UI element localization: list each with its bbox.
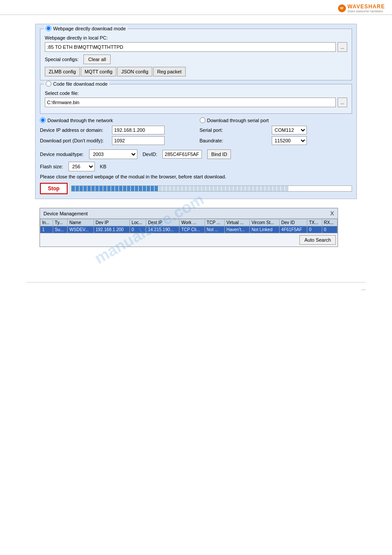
webpage-section-content: Webpage directly in local PC: ... Specia…: [45, 35, 347, 76]
window-close-button[interactable]: X: [330, 210, 334, 217]
progress-bar: [71, 185, 352, 192]
flash-unit: KB: [100, 164, 107, 169]
serial-radio-label: Download through serial port: [200, 117, 352, 123]
progress-segment: [234, 186, 237, 191]
window-titlebar: Device Management X: [40, 208, 338, 219]
bind-id-button[interactable]: Bind ID: [207, 149, 231, 159]
progress-segment: [182, 186, 186, 191]
code-section: Code file download mode Select code file…: [40, 84, 352, 114]
progress-segment: [151, 186, 154, 191]
progress-segment: [166, 186, 170, 191]
table-cell: Not Linked: [249, 226, 279, 233]
webpage-browse-btn[interactable]: ...: [338, 42, 347, 52]
tab-zlmb[interactable]: ZLMB config: [45, 67, 80, 76]
table-cell: 0: [322, 226, 337, 233]
network-radio[interactable]: [40, 117, 46, 123]
col-virtual: Virtual ...: [224, 219, 249, 226]
special-configs-row: Special configs: Clear all: [45, 54, 347, 64]
network-section: Download through the network Device IP a…: [40, 117, 193, 147]
device-table-body: 1Su...WSDEV...192.168.1.200014.215.190..…: [40, 226, 338, 233]
table-cell: WSDEV...: [68, 226, 94, 233]
ip-label: Device IP address or domain:: [40, 127, 110, 133]
ip-input[interactable]: [112, 126, 165, 134]
table-row[interactable]: 1Su...WSDEV...192.168.1.200014.215.190..…: [40, 226, 338, 233]
tab-mqtt[interactable]: MQTT config: [81, 67, 116, 76]
tab-reg[interactable]: Reg packet: [153, 67, 186, 76]
col-work: Work ...: [179, 219, 205, 226]
logo-name: WAVESHARE: [348, 4, 385, 10]
table-cell: 1: [40, 226, 53, 233]
baud-select[interactable]: 115200: [272, 136, 307, 145]
webpage-section-title: Webpage directly download mode: [44, 25, 128, 31]
auto-search-button[interactable]: Auto Search: [299, 235, 336, 245]
network-label: Download through the network: [47, 118, 113, 123]
warning-text: Please close the opened webpage of the m…: [40, 174, 352, 179]
webpage-section: Webpage directly download mode Webpage d…: [40, 29, 352, 80]
progress-segment: [158, 186, 162, 191]
tab-json[interactable]: JSON config: [117, 67, 152, 76]
progress-segment: [131, 186, 134, 191]
table-header-row: In... Ty... Name Dev IP Loc... Dest IP W…: [40, 219, 338, 226]
select-code-label-row: Select code file:: [45, 91, 347, 96]
download-panel: Webpage directly download mode Webpage d…: [35, 24, 357, 199]
progress-segment: [147, 186, 150, 191]
progress-segment: [95, 186, 99, 191]
clear-all-button[interactable]: Clear all: [83, 54, 111, 64]
progress-segment: [174, 186, 178, 191]
progress-segment: [162, 186, 166, 191]
modual-label: Device modual/type:: [40, 152, 84, 157]
progress-segment: [127, 186, 130, 191]
footer-text: —: [0, 287, 392, 292]
devid-input[interactable]: [162, 150, 202, 159]
table-cell: Not ...: [205, 226, 224, 233]
progress-segment: [245, 186, 249, 191]
progress-segment: [198, 186, 201, 191]
logo-text-block: WAVESHARE share awesome hardware: [348, 4, 385, 13]
code-browse-btn[interactable]: ...: [338, 98, 347, 107]
progress-segment: [218, 186, 221, 191]
window-title: Device Management: [43, 211, 88, 216]
table-cell: 4F61F5AF: [279, 226, 307, 233]
stop-button[interactable]: Stop: [40, 183, 68, 194]
progress-segment: [257, 186, 261, 191]
progress-segment: [277, 186, 281, 191]
header: W WAVESHARE share awesome hardware: [0, 0, 392, 15]
col-devid: Dev ID: [279, 219, 307, 226]
progress-segment: [139, 186, 142, 191]
device-management-window: Device Management X In... Ty... Name Dev…: [40, 208, 338, 247]
col-index: In...: [40, 219, 53, 226]
baud-label: Baundrate:: [200, 138, 270, 143]
progress-segment: [91, 186, 95, 191]
serial-label: Download through serial port: [207, 118, 269, 123]
webpage-mode-radio[interactable]: [46, 25, 51, 31]
table-cell: 0: [307, 226, 322, 233]
progress-segment: [241, 186, 245, 191]
flash-select[interactable]: 256: [68, 162, 95, 171]
modual-select[interactable]: 2003: [89, 149, 137, 159]
table-cell: Haven't...: [224, 226, 249, 233]
serial-port-select[interactable]: COM112: [272, 126, 307, 134]
code-path-row: ...: [45, 98, 347, 107]
code-mode-radio[interactable]: [46, 81, 51, 87]
action-row: Stop: [40, 183, 352, 194]
device-info-row: Device modual/type: 2003 DevID: Bind ID: [40, 149, 352, 159]
progress-segment: [111, 186, 115, 191]
progress-segment: [119, 186, 122, 191]
code-path-input[interactable]: [45, 98, 336, 107]
table-cell: 0: [129, 226, 146, 233]
progress-segment: [222, 186, 225, 191]
devid-label: DevID:: [143, 152, 158, 157]
config-tabs: ZLMB config MQTT config JSON config Reg …: [45, 67, 347, 76]
port-input[interactable]: [112, 136, 165, 145]
progress-segment: [72, 186, 75, 191]
flash-row: Flash size: 256 KB: [40, 162, 352, 171]
flash-label: Flash size:: [40, 164, 63, 169]
col-devip: Dev IP: [94, 219, 129, 226]
code-section-content: Select code file: ...: [45, 91, 347, 107]
webpage-path-input[interactable]: [45, 42, 336, 52]
progress-segment: [210, 186, 213, 191]
serial-port-row: Serial port: COM112: [200, 126, 352, 134]
serial-radio[interactable]: [200, 117, 205, 123]
local-pc-label-row: Webpage directly in local PC:: [45, 35, 347, 40]
footer-line: [26, 282, 366, 283]
